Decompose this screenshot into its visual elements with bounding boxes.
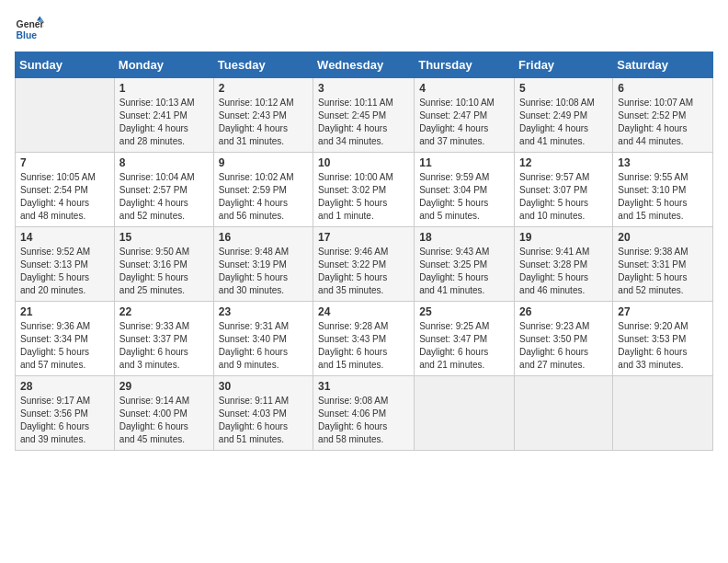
weekday-header-sunday: Sunday <box>16 52 115 78</box>
calendar-cell: 18Sunrise: 9:43 AM Sunset: 3:25 PM Dayli… <box>415 227 515 302</box>
day-number: 18 <box>419 231 509 244</box>
day-number: 17 <box>318 231 409 244</box>
calendar-cell: 31Sunrise: 9:08 AM Sunset: 4:06 PM Dayli… <box>313 376 415 451</box>
calendar-cell: 10Sunrise: 10:00 AM Sunset: 3:02 PM Dayl… <box>313 153 415 227</box>
calendar-cell: 15Sunrise: 9:50 AM Sunset: 3:16 PM Dayli… <box>114 227 213 302</box>
calendar-cell: 27Sunrise: 9:20 AM Sunset: 3:53 PM Dayli… <box>613 302 713 376</box>
calendar-cell: 20Sunrise: 9:38 AM Sunset: 3:31 PM Dayli… <box>613 227 713 302</box>
calendar-cell: 9Sunrise: 10:02 AM Sunset: 2:59 PM Dayli… <box>213 153 313 227</box>
calendar-cell: 2Sunrise: 10:12 AM Sunset: 2:43 PM Dayli… <box>213 78 313 153</box>
day-info: Sunrise: 9:57 AM Sunset: 3:07 PM Dayligh… <box>519 171 608 223</box>
weekday-header-thursday: Thursday <box>415 52 515 78</box>
logo-icon: General Blue <box>15 15 44 44</box>
day-info: Sunrise: 10:08 AM Sunset: 2:49 PM Daylig… <box>519 97 608 148</box>
day-info: Sunrise: 9:33 AM Sunset: 3:37 PM Dayligh… <box>119 320 209 372</box>
day-number: 3 <box>318 82 409 95</box>
day-info: Sunrise: 10:11 AM Sunset: 2:45 PM Daylig… <box>318 97 409 148</box>
day-info: Sunrise: 9:36 AM Sunset: 3:34 PM Dayligh… <box>20 320 109 372</box>
calendar-cell: 30Sunrise: 9:11 AM Sunset: 4:03 PM Dayli… <box>213 376 313 451</box>
calendar-table: SundayMondayTuesdayWednesdayThursdayFrid… <box>15 52 713 451</box>
day-number: 27 <box>618 305 708 318</box>
day-number: 19 <box>519 231 608 244</box>
day-number: 21 <box>20 305 109 318</box>
day-number: 7 <box>20 156 109 169</box>
calendar-cell: 8Sunrise: 10:04 AM Sunset: 2:57 PM Dayli… <box>114 153 213 227</box>
weekday-header-wednesday: Wednesday <box>313 52 415 78</box>
day-info: Sunrise: 9:28 AM Sunset: 3:43 PM Dayligh… <box>318 320 409 372</box>
day-number: 22 <box>119 305 209 318</box>
day-number: 30 <box>219 380 308 393</box>
weekday-header-monday: Monday <box>114 52 213 78</box>
day-number: 13 <box>618 156 708 169</box>
day-number: 26 <box>519 305 608 318</box>
day-info: Sunrise: 9:50 AM Sunset: 3:16 PM Dayligh… <box>119 246 209 297</box>
calendar-cell: 21Sunrise: 9:36 AM Sunset: 3:34 PM Dayli… <box>16 302 115 376</box>
day-number: 4 <box>419 82 509 95</box>
day-info: Sunrise: 9:55 AM Sunset: 3:10 PM Dayligh… <box>618 171 708 223</box>
day-info: Sunrise: 9:38 AM Sunset: 3:31 PM Dayligh… <box>618 246 708 297</box>
calendar-cell: 17Sunrise: 9:46 AM Sunset: 3:22 PM Dayli… <box>313 227 415 302</box>
calendar-cell: 23Sunrise: 9:31 AM Sunset: 3:40 PM Dayli… <box>213 302 313 376</box>
day-info: Sunrise: 10:12 AM Sunset: 2:43 PM Daylig… <box>219 97 308 148</box>
day-info: Sunrise: 9:23 AM Sunset: 3:50 PM Dayligh… <box>519 320 608 372</box>
day-number: 31 <box>318 380 409 393</box>
svg-text:Blue: Blue <box>17 30 38 40</box>
calendar-cell: 26Sunrise: 9:23 AM Sunset: 3:50 PM Dayli… <box>515 302 613 376</box>
day-info: Sunrise: 9:25 AM Sunset: 3:47 PM Dayligh… <box>419 320 509 372</box>
day-number: 5 <box>519 82 608 95</box>
day-info: Sunrise: 9:41 AM Sunset: 3:28 PM Dayligh… <box>519 246 608 297</box>
day-info: Sunrise: 9:46 AM Sunset: 3:22 PM Dayligh… <box>318 246 409 297</box>
calendar-cell: 7Sunrise: 10:05 AM Sunset: 2:54 PM Dayli… <box>16 153 115 227</box>
day-info: Sunrise: 9:43 AM Sunset: 3:25 PM Dayligh… <box>419 246 509 297</box>
day-info: Sunrise: 10:07 AM Sunset: 2:52 PM Daylig… <box>618 97 708 148</box>
calendar-cell: 22Sunrise: 9:33 AM Sunset: 3:37 PM Dayli… <box>114 302 213 376</box>
day-number: 23 <box>219 305 308 318</box>
day-info: Sunrise: 9:48 AM Sunset: 3:19 PM Dayligh… <box>219 246 308 297</box>
calendar-cell: 12Sunrise: 9:57 AM Sunset: 3:07 PM Dayli… <box>515 153 613 227</box>
day-number: 6 <box>618 82 708 95</box>
day-info: Sunrise: 9:11 AM Sunset: 4:03 PM Dayligh… <box>219 395 308 446</box>
calendar-cell: 14Sunrise: 9:52 AM Sunset: 3:13 PM Dayli… <box>16 227 115 302</box>
day-info: Sunrise: 10:00 AM Sunset: 3:02 PM Daylig… <box>318 171 409 223</box>
day-number: 14 <box>20 231 109 244</box>
day-number: 12 <box>519 156 608 169</box>
calendar-cell: 3Sunrise: 10:11 AM Sunset: 2:45 PM Dayli… <box>313 78 415 153</box>
day-number: 9 <box>219 156 308 169</box>
day-info: Sunrise: 9:14 AM Sunset: 4:00 PM Dayligh… <box>119 395 209 446</box>
day-number: 1 <box>119 82 209 95</box>
calendar-week-1: 1Sunrise: 10:13 AM Sunset: 2:41 PM Dayli… <box>16 78 713 153</box>
calendar-cell <box>613 376 713 451</box>
day-number: 24 <box>318 305 409 318</box>
calendar-cell: 13Sunrise: 9:55 AM Sunset: 3:10 PM Dayli… <box>613 153 713 227</box>
day-info: Sunrise: 9:31 AM Sunset: 3:40 PM Dayligh… <box>219 320 308 372</box>
calendar-cell: 19Sunrise: 9:41 AM Sunset: 3:28 PM Dayli… <box>515 227 613 302</box>
weekday-header-saturday: Saturday <box>613 52 713 78</box>
calendar-cell: 11Sunrise: 9:59 AM Sunset: 3:04 PM Dayli… <box>415 153 515 227</box>
day-info: Sunrise: 9:59 AM Sunset: 3:04 PM Dayligh… <box>419 171 509 223</box>
day-info: Sunrise: 9:20 AM Sunset: 3:53 PM Dayligh… <box>618 320 708 372</box>
calendar-week-3: 14Sunrise: 9:52 AM Sunset: 3:13 PM Dayli… <box>16 227 713 302</box>
calendar-week-5: 28Sunrise: 9:17 AM Sunset: 3:56 PM Dayli… <box>16 376 713 451</box>
day-number: 8 <box>119 156 209 169</box>
calendar-cell: 5Sunrise: 10:08 AM Sunset: 2:49 PM Dayli… <box>515 78 613 153</box>
weekday-header-friday: Friday <box>515 52 613 78</box>
day-info: Sunrise: 9:52 AM Sunset: 3:13 PM Dayligh… <box>20 246 109 297</box>
calendar-week-4: 21Sunrise: 9:36 AM Sunset: 3:34 PM Dayli… <box>16 302 713 376</box>
calendar-cell: 24Sunrise: 9:28 AM Sunset: 3:43 PM Dayli… <box>313 302 415 376</box>
day-info: Sunrise: 9:08 AM Sunset: 4:06 PM Dayligh… <box>318 395 409 446</box>
day-info: Sunrise: 10:02 AM Sunset: 2:59 PM Daylig… <box>219 171 308 223</box>
calendar-cell: 25Sunrise: 9:25 AM Sunset: 3:47 PM Dayli… <box>415 302 515 376</box>
header-row: SundayMondayTuesdayWednesdayThursdayFrid… <box>16 52 713 78</box>
calendar-cell: 6Sunrise: 10:07 AM Sunset: 2:52 PM Dayli… <box>613 78 713 153</box>
calendar-cell: 16Sunrise: 9:48 AM Sunset: 3:19 PM Dayli… <box>213 227 313 302</box>
day-number: 11 <box>419 156 509 169</box>
day-number: 15 <box>119 231 209 244</box>
weekday-header-tuesday: Tuesday <box>213 52 313 78</box>
day-number: 16 <box>219 231 308 244</box>
calendar-cell: 4Sunrise: 10:10 AM Sunset: 2:47 PM Dayli… <box>415 78 515 153</box>
page-header: General Blue <box>15 15 713 44</box>
calendar-cell <box>16 78 115 153</box>
day-number: 28 <box>20 380 109 393</box>
day-info: Sunrise: 10:04 AM Sunset: 2:57 PM Daylig… <box>119 171 209 223</box>
calendar-cell: 1Sunrise: 10:13 AM Sunset: 2:41 PM Dayli… <box>114 78 213 153</box>
